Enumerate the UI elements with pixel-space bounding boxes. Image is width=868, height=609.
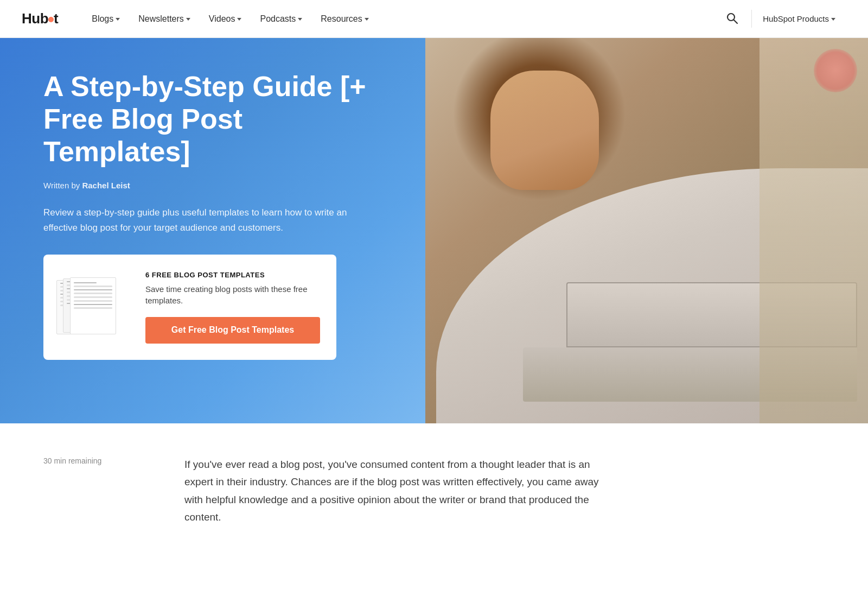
search-button[interactable] bbox=[721, 7, 743, 31]
chevron-down-icon bbox=[298, 18, 302, 21]
nav-item-blogs[interactable]: Blogs bbox=[84, 10, 127, 28]
nav-links: Blogs Newsletters Videos Podcasts Resour… bbox=[84, 10, 721, 28]
hero-photo bbox=[425, 38, 868, 423]
cta-card-description: Save time creating blog posts with these… bbox=[145, 283, 320, 306]
reading-time: 30 min remaining bbox=[43, 456, 101, 465]
cta-card-content: 6 FREE BLOG POST TEMPLATES Save time cre… bbox=[145, 271, 320, 344]
nav-item-resources[interactable]: Resources bbox=[313, 10, 376, 28]
search-icon bbox=[725, 11, 738, 24]
nav-item-podcasts[interactable]: Podcasts bbox=[252, 10, 310, 28]
logo[interactable]: Hubt bbox=[22, 10, 58, 27]
logo-dot bbox=[48, 17, 54, 22]
cta-card-title: 6 FREE BLOG POST TEMPLATES bbox=[145, 271, 320, 279]
get-templates-button[interactable]: Get Free Blog Post Templates bbox=[145, 317, 320, 344]
template-page-3 bbox=[70, 277, 116, 334]
cta-card: 6 FREE BLOG POST TEMPLATES Save time cre… bbox=[43, 255, 336, 360]
chevron-down-icon bbox=[831, 18, 835, 21]
chevron-down-icon bbox=[186, 18, 190, 21]
cta-card-image bbox=[56, 277, 132, 337]
article-content: If you've ever read a blog post, you've … bbox=[184, 456, 608, 526]
article-sidebar: 30 min remaining bbox=[43, 456, 152, 526]
logo-text: Hubt bbox=[22, 10, 58, 27]
hero-title: A Step-by-Step Guide [+ Free Blog Post T… bbox=[43, 71, 393, 168]
nav-hubspot-products[interactable]: HubSpot Products bbox=[751, 10, 846, 28]
hero-description: Review a step-by-step guide plus useful … bbox=[43, 205, 358, 234]
svg-line-1 bbox=[734, 20, 738, 23]
hero-author: Written by Rachel Leist bbox=[43, 181, 393, 190]
template-preview bbox=[56, 277, 132, 337]
hero-right-image bbox=[425, 38, 868, 423]
nav-item-videos[interactable]: Videos bbox=[201, 10, 250, 28]
face-shape bbox=[490, 71, 599, 190]
background-kitchen bbox=[760, 38, 868, 423]
hero-left-panel: A Step-by-Step Guide [+ Free Blog Post T… bbox=[0, 38, 425, 423]
chevron-down-icon bbox=[365, 18, 369, 21]
chevron-down-icon bbox=[116, 18, 120, 21]
article-section: 30 min remaining If you've ever read a b… bbox=[0, 423, 868, 559]
article-intro: If you've ever read a blog post, you've … bbox=[184, 456, 608, 526]
chevron-down-icon bbox=[237, 18, 241, 21]
hero-section: A Step-by-Step Guide [+ Free Blog Post T… bbox=[0, 38, 868, 423]
nav-item-newsletters[interactable]: Newsletters bbox=[131, 10, 198, 28]
navigation: Hubt Blogs Newsletters Videos Podcasts R… bbox=[0, 0, 868, 38]
